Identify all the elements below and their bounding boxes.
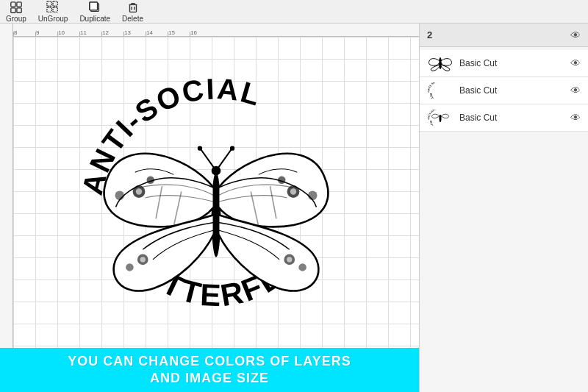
svg-line-19 [216,149,232,170]
svg-rect-11 [129,4,136,12]
layer-item-1[interactable]: Basic Cut 👁 [420,50,588,77]
ungroup-button[interactable]: UnGroup [38,1,68,23]
toolbar: Group UnGroup Duplicate Delete [0,0,588,24]
group-button[interactable]: Group [6,1,26,23]
svg-point-24 [115,190,124,200]
panel-eye-icon[interactable]: 👁 [570,29,581,41]
design-svg: ANTI-SOCIAL BUTTERFLY [62,60,370,369]
svg-point-35 [287,257,292,262]
svg-text:BUTTERFLY: BUTTERFLY [429,121,440,126]
layer-thumb-2: ANTI-SOCIAL BUTTERFLY [427,82,453,99]
svg-point-32 [140,257,146,262]
svg-rect-5 [53,1,57,5]
canvas-area[interactable]: 8 9 10 11 12 13 14 15 16 [0,24,419,392]
grid-canvas: ANTI-SOCIAL BUTTERFLY [13,37,419,392]
layer-name-1: Basic Cut [459,58,564,68]
layer-item-3[interactable]: ANTI-SOCIAL BUTTERFLY Basic Cut 👁 [420,104,588,132]
banner-text: YOU CAN CHANGE COLORS OF LAYERS AND IMAG… [68,353,351,388]
layer-thumb-3: ANTI-SOCIAL BUTTERFLY [427,109,453,126]
design-container: ANTI-SOCIAL BUTTERFLY [62,60,370,369]
svg-rect-3 [17,7,21,12]
layer-name-3: Basic Cut [459,113,564,123]
svg-line-18 [201,149,216,170]
svg-point-23 [147,176,155,184]
svg-rect-6 [47,7,51,12]
svg-point-25 [136,188,142,194]
ruler-top: 8 9 10 11 12 13 14 15 16 [0,24,419,37]
svg-text:ANTI-SOCIAL: ANTI-SOCIAL [428,82,443,93]
layer-thumb-1 [427,54,453,72]
svg-rect-7 [53,7,57,12]
delete-button[interactable]: Delete [122,1,143,23]
svg-point-28 [308,190,318,200]
layer-eye-3[interactable]: 👁 [570,112,581,124]
svg-rect-4 [47,1,51,5]
layer-name-2: Basic Cut [459,85,564,96]
ruler-left [0,24,13,392]
layer-list: Basic Cut 👁 ANTI-SOCIAL BU [420,47,588,392]
layer-item-2[interactable]: ANTI-SOCIAL BUTTERFLY Basic Cut 👁 [420,77,588,104]
main-layout: 8 9 10 11 12 13 14 15 16 [0,24,588,392]
panel-title: 2 [427,29,432,40]
svg-text:BUTTERFLY: BUTTERFLY [429,93,442,99]
svg-rect-0 [11,1,15,6]
layer-eye-1[interactable]: 👁 [570,57,581,69]
duplicate-button[interactable]: Duplicate [79,1,110,23]
svg-rect-1 [17,1,21,6]
layer-eye-2[interactable]: 👁 [570,85,581,96]
svg-point-21 [230,146,234,150]
svg-rect-2 [11,7,15,12]
bottom-banner: YOU CAN CHANGE COLORS OF LAYERS AND IMAG… [0,348,419,392]
svg-rect-9 [90,1,98,10]
panel-header: 2 👁 [420,24,588,47]
svg-point-27 [278,176,286,184]
svg-point-29 [290,188,296,194]
right-panel: 2 👁 Basic Cut 👁 [419,24,588,392]
svg-point-20 [198,146,202,150]
svg-point-31 [126,263,134,271]
svg-point-34 [298,263,306,271]
